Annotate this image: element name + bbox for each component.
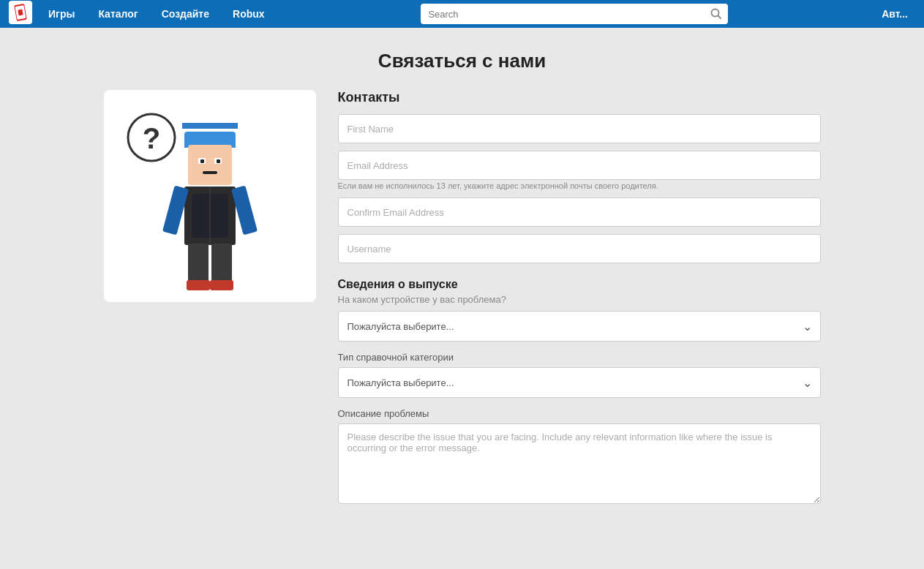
svg-rect-11 — [217, 159, 220, 163]
email-note: Если вам не исполнилось 13 лет, укажите … — [338, 181, 821, 190]
nav-search-area — [290, 4, 860, 24]
device-label: На каком устройстве у вас проблема? — [338, 294, 821, 305]
navbar: Игры Каталог Создайте Robux Авт... — [0, 0, 924, 28]
nav-create[interactable]: Создайте — [151, 4, 219, 24]
description-textarea[interactable] — [338, 423, 821, 504]
contacts-section-title: Контакты — [338, 90, 821, 105]
device-select-wrap: Пожалуйста выберите... ⌄ — [338, 311, 821, 342]
content-wrap: ? — [104, 90, 821, 507]
email-input[interactable] — [338, 151, 821, 180]
search-icon — [710, 8, 722, 20]
nav-catalog[interactable]: Каталог — [88, 4, 148, 24]
nav-games[interactable]: Игры — [38, 4, 85, 24]
help-type-select-wrap: Пожалуйста выберите... ⌄ — [338, 367, 821, 398]
svg-rect-10 — [200, 159, 204, 163]
device-select[interactable]: Пожалуйста выберите... — [338, 311, 821, 342]
issue-section-title: Сведения о выпуске — [338, 278, 821, 291]
description-label: Описание проблемы — [338, 408, 821, 419]
roblox-character — [151, 123, 268, 291]
help-type-select[interactable]: Пожалуйста выберите... — [338, 367, 821, 398]
username-input[interactable] — [338, 234, 821, 263]
nav-logo[interactable] — [9, 1, 38, 27]
first-name-input[interactable] — [338, 114, 821, 143]
contact-form: Контакты Если вам не исполнилось 13 лет,… — [338, 90, 821, 507]
page-title: Связаться с нами — [15, 50, 909, 72]
nav-links: Игры Каталог Создайте Robux — [38, 4, 275, 24]
illustration-panel: ? — [104, 90, 316, 302]
svg-line-5 — [718, 16, 721, 19]
page-content: Связаться с нами ? — [0, 28, 924, 569]
search-button[interactable] — [705, 4, 728, 24]
nav-auth[interactable]: Авт... — [874, 4, 915, 24]
search-input[interactable] — [421, 4, 728, 24]
nav-robux[interactable]: Robux — [222, 4, 275, 24]
svg-rect-12 — [203, 171, 217, 174]
confirm-email-input[interactable] — [338, 197, 821, 227]
help-type-label: Тип справочной категории — [338, 352, 821, 363]
